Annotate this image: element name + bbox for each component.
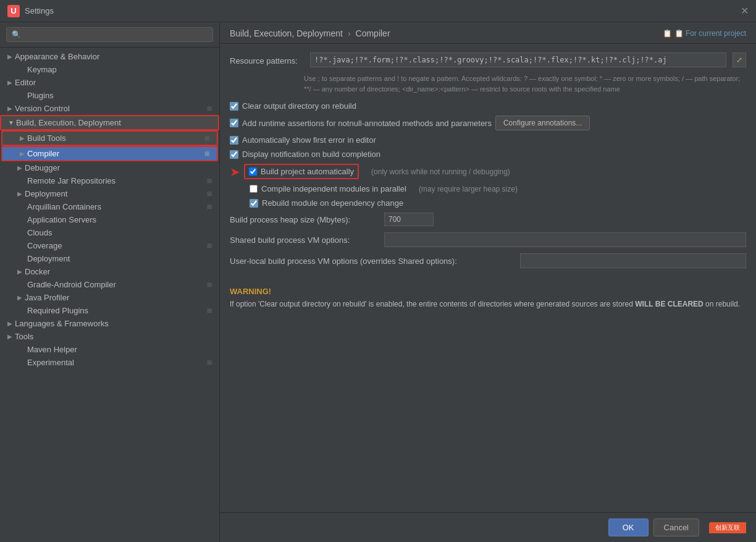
settings-window: U Settings ✕ ▶ Appearance & Behavior Key… [0, 0, 756, 542]
sidebar-item-appearance[interactable]: ▶ Appearance & Behavior [0, 50, 219, 63]
window-title: Settings [25, 6, 741, 15]
sidebar-item-label: Deployment [27, 254, 214, 263]
expand-button[interactable]: ⤢ [733, 53, 746, 67]
rebuild-label: Rebuild module on dependency change [262, 198, 403, 208]
sidebar-item-label: Remote Jar Repositories [27, 176, 207, 185]
main-panel: Build, Execution, Deployment › Compiler … [220, 22, 756, 542]
sync-icon: ⊞ [207, 177, 212, 184]
resource-hint: Use ; to separate patterns and ! to nega… [304, 74, 746, 94]
panel-header: Build, Execution, Deployment › Compiler … [220, 22, 756, 44]
panel-content: Resource patterns: ⤢ Use ; to separate p… [220, 44, 756, 512]
sidebar-item-label: Application Servers [27, 215, 214, 224]
arrow-icon: ▶ [15, 268, 25, 275]
sidebar-item-label: Plugins [27, 91, 214, 100]
arrow-icon: ▶ [17, 150, 27, 157]
sidebar-item-label: Languages & Frameworks [15, 319, 214, 328]
app-icon: U [7, 5, 20, 17]
sidebar-item-label: Appearance & Behavior [15, 52, 214, 61]
user-vm-input[interactable] [520, 253, 746, 268]
sidebar-item-app-servers[interactable]: Application Servers [0, 213, 219, 226]
sidebar-item-debugger[interactable]: ▶ Debugger [0, 161, 219, 174]
build-auto-checkbox[interactable] [249, 167, 257, 176]
search-box [0, 22, 219, 48]
sidebar-item-label: Build, Execution, Deployment [16, 118, 213, 127]
rebuild-row: Rebuild module on dependency change [230, 198, 746, 208]
sidebar-item-tools[interactable]: ▶ Tools [0, 330, 219, 343]
sidebar-item-label: Version Control [15, 104, 207, 113]
heap-label: Build process heap size (Mbytes): [230, 215, 378, 224]
sidebar-item-languages[interactable]: ▶ Languages & Frameworks [0, 317, 219, 330]
breadcrumb-parent: Build, Execution, Deployment [230, 28, 343, 38]
sidebar-item-build-execution[interactable]: ▼ Build, Execution, Deployment [0, 115, 219, 130]
sidebar-item-required-plugins[interactable]: Required Plugins ⊞ [0, 304, 219, 317]
sidebar-item-compiler[interactable]: ▶ Compiler ⊞ [1, 146, 218, 161]
sidebar-item-label: Docker [25, 267, 214, 276]
configure-annotations-button[interactable]: Configure annotations... [495, 116, 590, 130]
clear-output-checkbox[interactable] [230, 102, 238, 111]
compile-parallel-checkbox[interactable] [250, 185, 258, 193]
sync-icon: ⊞ [207, 281, 212, 288]
heap-input[interactable] [384, 213, 434, 226]
sidebar-item-label: Coverage [27, 241, 207, 250]
build-auto-highlight: Build project automatically [244, 164, 359, 179]
search-input[interactable] [6, 27, 213, 42]
shared-vm-label: Shared build process VM options: [230, 235, 378, 245]
display-notification-row: Display notification on build completion [230, 150, 746, 159]
arrow-icon: ▶ [5, 105, 15, 112]
compile-parallel-label: Compile independent modules in parallel [261, 184, 406, 193]
breadcrumb-current: Compiler [356, 28, 390, 38]
show-error-checkbox[interactable] [230, 136, 238, 145]
sidebar-item-coverage[interactable]: Coverage ⊞ [0, 239, 219, 252]
arrow-icon: ▶ [5, 320, 15, 327]
sidebar-item-version-control[interactable]: ▶ Version Control ⊞ [0, 102, 219, 115]
sidebar-item-label: Gradle-Android Compiler [27, 280, 207, 289]
build-auto-note: (only works while not running / debuggin… [371, 167, 510, 176]
sidebar-item-maven-helper[interactable]: Maven Helper [0, 343, 219, 356]
ok-button[interactable]: OK [608, 519, 649, 536]
add-assertions-row: Add runtime assertions for notnull-annot… [230, 116, 746, 130]
sidebar-item-plugins[interactable]: Plugins [0, 89, 219, 102]
show-error-label: Automatically show first error in editor [242, 135, 376, 145]
sidebar-item-label: Java Profiler [25, 293, 214, 302]
compile-parallel-row: Compile independent modules in parallel … [230, 184, 746, 193]
add-assertions-checkbox[interactable] [230, 119, 238, 127]
resource-input[interactable] [310, 53, 726, 67]
sidebar-item-arquillian[interactable]: Arquillian Containers ⊞ [0, 200, 219, 213]
arrow-icon: ▶ [17, 135, 27, 142]
sidebar-item-java-profiler[interactable]: ▶ Java Profiler [0, 291, 219, 304]
arrow-icon: ▶ [15, 294, 25, 301]
sidebar-item-docker[interactable]: ▶ Docker [0, 265, 219, 278]
sidebar-item-editor[interactable]: ▶ Editor [0, 76, 219, 89]
arrow-icon: ▶ [5, 53, 15, 60]
for-current-project-button[interactable]: 📋 📋 For current project [663, 29, 746, 38]
sidebar-item-keymap[interactable]: Keymap [0, 63, 219, 76]
sidebar-item-experimental[interactable]: Experimental ⊞ [0, 356, 219, 369]
rebuild-checkbox[interactable] [250, 199, 258, 208]
sidebar-item-label: Keymap [27, 65, 214, 74]
close-button[interactable]: ✕ [741, 5, 749, 17]
sidebar-item-deployment[interactable]: ▶ Deployment ⊞ [0, 187, 219, 200]
resource-patterns-row: Resource patterns: ⤢ [230, 53, 746, 67]
cancel-button[interactable]: Cancel [653, 519, 699, 536]
warning-text: If option 'Clear output directory on reb… [230, 299, 746, 310]
sidebar-item-clouds[interactable]: Clouds [0, 226, 219, 239]
shared-vm-row: Shared build process VM options: [230, 232, 746, 247]
sidebar-item-deployment2[interactable]: Deployment [0, 252, 219, 265]
sync-icon: ⊞ [207, 242, 212, 249]
sidebar-item-remote-jar[interactable]: Remote Jar Repositories ⊞ [0, 174, 219, 187]
sidebar-item-label: Debugger [25, 163, 214, 172]
resource-label: Resource patterns: [230, 54, 304, 66]
title-bar: U Settings ✕ [0, 0, 756, 22]
sidebar-item-build-tools[interactable]: ▶ Build Tools ⊞ [1, 130, 218, 146]
sidebar-tree: ▶ Appearance & Behavior Keymap ▶ Editor … [0, 48, 219, 542]
build-auto-label: Build project automatically [261, 167, 354, 176]
show-error-row: Automatically show first error in editor [230, 135, 746, 145]
arrow-icon: ▶ [15, 164, 25, 171]
sync-icon: ⊞ [207, 359, 212, 366]
shared-vm-input[interactable] [384, 232, 746, 247]
sidebar-item-label: Required Plugins [27, 306, 207, 315]
sidebar-item-gradle-android[interactable]: Gradle-Android Compiler ⊞ [0, 278, 219, 291]
warning-box: WARNING! If option 'Clear output directo… [230, 281, 746, 316]
display-notification-checkbox[interactable] [230, 150, 238, 159]
display-notification-label: Display notification on build completion [242, 150, 380, 159]
